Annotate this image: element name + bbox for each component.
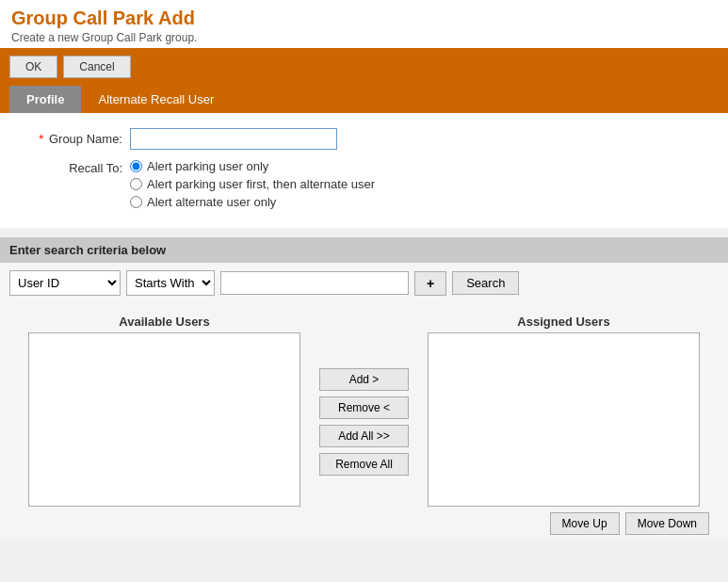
search-button[interactable]: Search (452, 271, 519, 295)
cancel-button[interactable]: Cancel (63, 56, 130, 78)
tab-profile[interactable]: Profile (9, 86, 81, 113)
group-name-label: * Group Name: (19, 132, 122, 146)
page-header: Group Call Park Add Create a new Group C… (0, 0, 728, 48)
recall-option-3[interactable]: Alert alternate user only (130, 195, 375, 209)
recall-radio-3[interactable] (130, 196, 142, 208)
move-up-button[interactable]: Move Up (550, 512, 620, 535)
available-users-header: Available Users (19, 309, 310, 332)
add-all-button[interactable]: Add All >> (319, 425, 409, 447)
bottom-actions-bar: Move Up Move Down (9, 507, 719, 541)
recall-radio-2[interactable] (130, 178, 142, 190)
group-name-input[interactable] (130, 128, 337, 150)
search-filter-select[interactable]: User ID Last Name First Name Phone Numbe… (9, 270, 121, 296)
search-criteria-label: Enter search criteria below (0, 237, 728, 263)
transfer-buttons: Add > Remove < Add All >> Remove All (310, 309, 418, 507)
assigned-users-header: Assigned Users (418, 309, 709, 332)
assigned-users-panel: Assigned Users (418, 309, 709, 507)
available-users-panel: Available Users (19, 309, 310, 507)
assigned-users-list[interactable] (428, 332, 700, 507)
recall-radio-1[interactable] (130, 160, 142, 172)
search-row: User ID Last Name First Name Phone Numbe… (0, 263, 728, 303)
recall-option-1[interactable]: Alert parking user only (130, 159, 375, 173)
search-condition-select[interactable]: Starts With Contains Equal To (126, 270, 215, 296)
tab-alternate-recall-user[interactable]: Alternate Recall User (81, 86, 231, 113)
page-title: Group Call Park Add (11, 8, 717, 29)
recall-radio-group: Alert parking user only Alert parking us… (130, 159, 375, 209)
ok-button[interactable]: OK (9, 56, 57, 78)
remove-all-button[interactable]: Remove All (319, 453, 409, 476)
group-name-row: * Group Name: (19, 128, 709, 150)
add-criteria-button[interactable]: + (414, 271, 446, 296)
tabs-bar: Profile Alternate Recall User (0, 86, 728, 113)
search-value-input[interactable] (220, 271, 409, 295)
recall-option-2[interactable]: Alert parking user first, then alternate… (130, 177, 375, 191)
recall-to-label: Recall To: (19, 159, 122, 175)
remove-button[interactable]: Remove < (319, 396, 409, 419)
recall-to-row: Recall To: Alert parking user only Alert… (19, 159, 709, 209)
required-star: * (39, 132, 43, 146)
toolbar: OK Cancel (0, 48, 728, 86)
available-users-list[interactable] (28, 332, 300, 507)
users-area: Available Users Add > Remove < Add All >… (0, 303, 728, 541)
move-down-button[interactable]: Move Down (625, 512, 709, 535)
profile-content: * Group Name: Recall To: Alert parking u… (0, 113, 728, 228)
users-panels: Available Users Add > Remove < Add All >… (9, 303, 719, 507)
page-subtitle: Create a new Group Call Park group. (11, 31, 717, 44)
add-button[interactable]: Add > (319, 368, 409, 391)
